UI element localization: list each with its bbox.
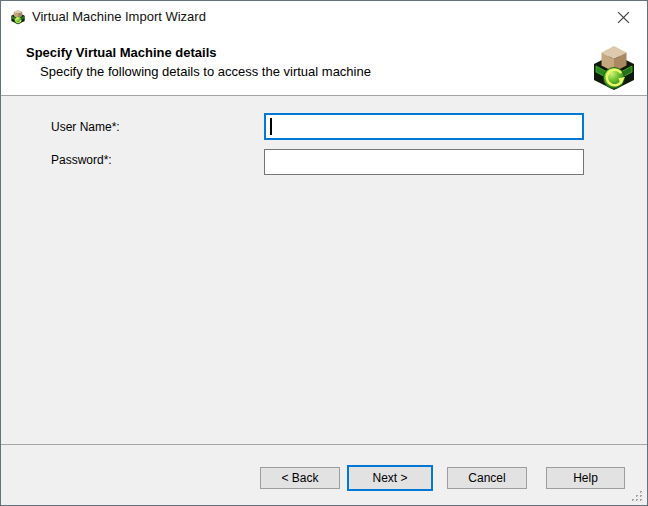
footer-separator <box>1 444 647 445</box>
close-icon <box>617 11 630 24</box>
step-subtitle: Specify the following details to access … <box>40 64 371 79</box>
wizard-header: Specify Virtual Machine details Specify … <box>1 33 647 96</box>
resize-grip-icon <box>632 491 644 503</box>
help-button[interactable]: Help <box>546 467 625 489</box>
password-input[interactable] <box>264 149 584 175</box>
resize-grip[interactable] <box>632 489 644 501</box>
next-button[interactable]: Next > <box>347 465 433 491</box>
step-title: Specify Virtual Machine details <box>26 45 217 60</box>
text-caret <box>270 118 272 135</box>
password-label: Password*: <box>51 153 112 167</box>
username-input[interactable] <box>264 113 584 140</box>
close-button[interactable] <box>601 2 646 32</box>
cancel-button[interactable]: Cancel <box>447 467 527 489</box>
vm-import-cube-icon <box>10 9 26 25</box>
vm-import-cube-sync-icon <box>590 44 638 92</box>
vm-import-wizard-window: Virtual Machine Import Wizard Specify Vi… <box>0 0 648 506</box>
username-label: User Name*: <box>51 120 120 134</box>
back-button[interactable]: < Back <box>260 467 340 489</box>
window-title: Virtual Machine Import Wizard <box>32 1 206 33</box>
titlebar[interactable]: Virtual Machine Import Wizard <box>1 1 647 33</box>
